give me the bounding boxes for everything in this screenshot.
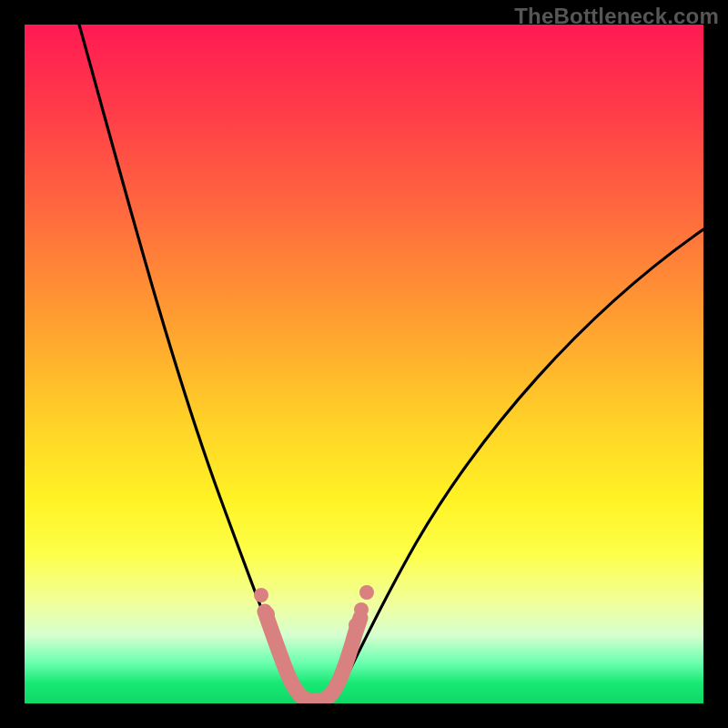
bottleneck-chart <box>25 25 703 703</box>
watermark-text: TheBottleneck.com <box>514 4 719 29</box>
marker-dot <box>359 585 374 600</box>
marker-worm <box>265 612 360 701</box>
marker-dot <box>260 607 275 622</box>
bottleneck-curve-right <box>325 229 703 702</box>
marker-dot <box>354 602 369 617</box>
marker-dot <box>349 618 363 632</box>
marker-dot <box>254 588 268 602</box>
chart-plot-area <box>25 25 703 703</box>
